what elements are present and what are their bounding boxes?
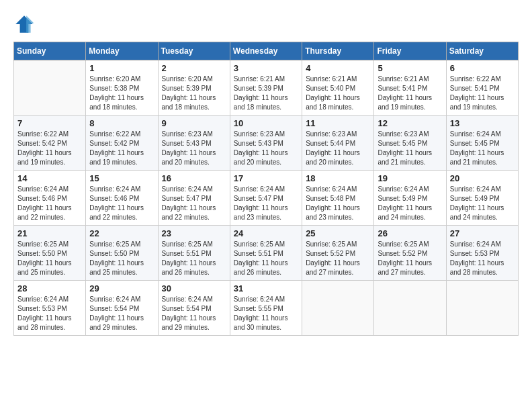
day-info: Sunrise: 6:20 AM Sunset: 5:38 PM Dayligh… (89, 75, 154, 112)
day-info: Sunrise: 6:24 AM Sunset: 5:55 PM Dayligh… (234, 295, 298, 332)
calendar-cell: 23Sunrise: 6:25 AM Sunset: 5:51 PM Dayli… (158, 226, 230, 281)
calendar-cell: 19Sunrise: 6:24 AM Sunset: 5:49 PM Dayli… (374, 171, 446, 226)
logo-icon (13, 13, 35, 35)
day-number: 4 (306, 63, 370, 73)
day-info: Sunrise: 6:25 AM Sunset: 5:50 PM Dayligh… (89, 240, 154, 277)
day-info: Sunrise: 6:24 AM Sunset: 5:49 PM Dayligh… (378, 185, 442, 222)
day-header-wednesday: Wednesday (230, 42, 302, 60)
day-info: Sunrise: 6:24 AM Sunset: 5:47 PM Dayligh… (162, 185, 226, 222)
day-number: 14 (17, 173, 82, 183)
day-info: Sunrise: 6:24 AM Sunset: 5:49 PM Dayligh… (450, 185, 515, 222)
day-info: Sunrise: 6:24 AM Sunset: 5:53 PM Dayligh… (17, 295, 82, 332)
day-info: Sunrise: 6:24 AM Sunset: 5:45 PM Dayligh… (450, 130, 515, 167)
calendar-cell: 2Sunrise: 6:20 AM Sunset: 5:39 PM Daylig… (158, 60, 230, 116)
day-number: 5 (378, 63, 442, 73)
calendar-cell (302, 281, 374, 336)
day-header-monday: Monday (86, 42, 158, 60)
day-info: Sunrise: 6:21 AM Sunset: 5:40 PM Dayligh… (306, 75, 370, 112)
day-info: Sunrise: 6:25 AM Sunset: 5:52 PM Dayligh… (306, 240, 370, 277)
calendar-cell: 17Sunrise: 6:24 AM Sunset: 5:47 PM Dayli… (230, 171, 302, 226)
calendar-cell: 9Sunrise: 6:23 AM Sunset: 5:43 PM Daylig… (158, 116, 230, 171)
day-header-friday: Friday (374, 42, 446, 60)
calendar-cell: 5Sunrise: 6:21 AM Sunset: 5:41 PM Daylig… (374, 60, 446, 116)
calendar-cell: 22Sunrise: 6:25 AM Sunset: 5:50 PM Dayli… (86, 226, 158, 281)
calendar-cell: 6Sunrise: 6:22 AM Sunset: 5:41 PM Daylig… (446, 60, 518, 116)
day-number: 6 (450, 63, 515, 73)
calendar-cell: 1Sunrise: 6:20 AM Sunset: 5:38 PM Daylig… (86, 60, 158, 116)
day-info: Sunrise: 6:25 AM Sunset: 5:50 PM Dayligh… (17, 240, 82, 277)
day-number: 27 (450, 228, 515, 238)
day-number: 25 (306, 228, 370, 238)
calendar-cell: 14Sunrise: 6:24 AM Sunset: 5:46 PM Dayli… (14, 171, 86, 226)
day-number: 12 (378, 118, 442, 128)
day-number: 24 (234, 228, 298, 238)
day-info: Sunrise: 6:23 AM Sunset: 5:43 PM Dayligh… (162, 130, 226, 167)
logo (13, 13, 38, 35)
day-number: 10 (234, 118, 298, 128)
day-number: 30 (162, 283, 226, 293)
day-info: Sunrise: 6:24 AM Sunset: 5:48 PM Dayligh… (306, 185, 370, 222)
day-header-tuesday: Tuesday (158, 42, 230, 60)
day-number: 23 (162, 228, 226, 238)
calendar-week-row: 7Sunrise: 6:22 AM Sunset: 5:42 PM Daylig… (14, 116, 519, 171)
calendar-table: SundayMondayTuesdayWednesdayThursdayFrid… (13, 42, 519, 336)
day-info: Sunrise: 6:22 AM Sunset: 5:42 PM Dayligh… (17, 130, 82, 167)
day-info: Sunrise: 6:21 AM Sunset: 5:41 PM Dayligh… (378, 75, 442, 112)
calendar-cell: 27Sunrise: 6:24 AM Sunset: 5:53 PM Dayli… (446, 226, 518, 281)
day-info: Sunrise: 6:25 AM Sunset: 5:52 PM Dayligh… (378, 240, 442, 277)
calendar-cell (446, 281, 518, 336)
day-number: 29 (89, 283, 154, 293)
day-header-thursday: Thursday (302, 42, 374, 60)
day-number: 9 (162, 118, 226, 128)
day-info: Sunrise: 6:24 AM Sunset: 5:47 PM Dayligh… (234, 185, 298, 222)
day-number: 11 (306, 118, 370, 128)
day-number: 22 (89, 228, 154, 238)
calendar-cell (374, 281, 446, 336)
calendar-week-row: 1Sunrise: 6:20 AM Sunset: 5:38 PM Daylig… (14, 60, 519, 116)
calendar-cell: 21Sunrise: 6:25 AM Sunset: 5:50 PM Dayli… (14, 226, 86, 281)
calendar-cell: 29Sunrise: 6:24 AM Sunset: 5:54 PM Dayli… (86, 281, 158, 336)
day-info: Sunrise: 6:23 AM Sunset: 5:44 PM Dayligh… (306, 130, 370, 167)
day-number: 31 (234, 283, 298, 293)
calendar-cell: 20Sunrise: 6:24 AM Sunset: 5:49 PM Dayli… (446, 171, 518, 226)
day-info: Sunrise: 6:22 AM Sunset: 5:41 PM Dayligh… (450, 75, 515, 112)
day-info: Sunrise: 6:24 AM Sunset: 5:46 PM Dayligh… (17, 185, 82, 222)
calendar-cell: 15Sunrise: 6:24 AM Sunset: 5:46 PM Dayli… (86, 171, 158, 226)
calendar-cell: 7Sunrise: 6:22 AM Sunset: 5:42 PM Daylig… (14, 116, 86, 171)
calendar-cell: 10Sunrise: 6:23 AM Sunset: 5:43 PM Dayli… (230, 116, 302, 171)
day-info: Sunrise: 6:25 AM Sunset: 5:51 PM Dayligh… (162, 240, 226, 277)
calendar-cell: 30Sunrise: 6:24 AM Sunset: 5:54 PM Dayli… (158, 281, 230, 336)
calendar-cell: 16Sunrise: 6:24 AM Sunset: 5:47 PM Dayli… (158, 171, 230, 226)
day-info: Sunrise: 6:24 AM Sunset: 5:53 PM Dayligh… (450, 240, 515, 277)
day-number: 21 (17, 228, 82, 238)
calendar-cell: 25Sunrise: 6:25 AM Sunset: 5:52 PM Dayli… (302, 226, 374, 281)
calendar-cell: 11Sunrise: 6:23 AM Sunset: 5:44 PM Dayli… (302, 116, 374, 171)
calendar-cell: 31Sunrise: 6:24 AM Sunset: 5:55 PM Dayli… (230, 281, 302, 336)
day-info: Sunrise: 6:21 AM Sunset: 5:39 PM Dayligh… (234, 75, 298, 112)
day-header-sunday: Sunday (14, 42, 86, 60)
day-number: 26 (378, 228, 442, 238)
day-number: 1 (89, 63, 154, 73)
day-number: 3 (234, 63, 298, 73)
day-info: Sunrise: 6:25 AM Sunset: 5:51 PM Dayligh… (234, 240, 298, 277)
day-info: Sunrise: 6:24 AM Sunset: 5:54 PM Dayligh… (162, 295, 226, 332)
day-number: 13 (450, 118, 515, 128)
calendar-week-row: 28Sunrise: 6:24 AM Sunset: 5:53 PM Dayli… (14, 281, 519, 336)
day-number: 19 (378, 173, 442, 183)
day-header-saturday: Saturday (446, 42, 518, 60)
calendar-cell: 13Sunrise: 6:24 AM Sunset: 5:45 PM Dayli… (446, 116, 518, 171)
calendar-cell: 28Sunrise: 6:24 AM Sunset: 5:53 PM Dayli… (14, 281, 86, 336)
page-header (13, 13, 519, 35)
calendar-cell: 12Sunrise: 6:23 AM Sunset: 5:45 PM Dayli… (374, 116, 446, 171)
day-number: 20 (450, 173, 515, 183)
calendar-week-row: 21Sunrise: 6:25 AM Sunset: 5:50 PM Dayli… (14, 226, 519, 281)
calendar-cell: 4Sunrise: 6:21 AM Sunset: 5:40 PM Daylig… (302, 60, 374, 116)
calendar-cell: 8Sunrise: 6:22 AM Sunset: 5:42 PM Daylig… (86, 116, 158, 171)
calendar-cell: 24Sunrise: 6:25 AM Sunset: 5:51 PM Dayli… (230, 226, 302, 281)
day-number: 8 (89, 118, 154, 128)
day-info: Sunrise: 6:22 AM Sunset: 5:42 PM Dayligh… (89, 130, 154, 167)
day-info: Sunrise: 6:24 AM Sunset: 5:46 PM Dayligh… (89, 185, 154, 222)
day-number: 7 (17, 118, 82, 128)
day-number: 18 (306, 173, 370, 183)
day-number: 28 (17, 283, 82, 293)
